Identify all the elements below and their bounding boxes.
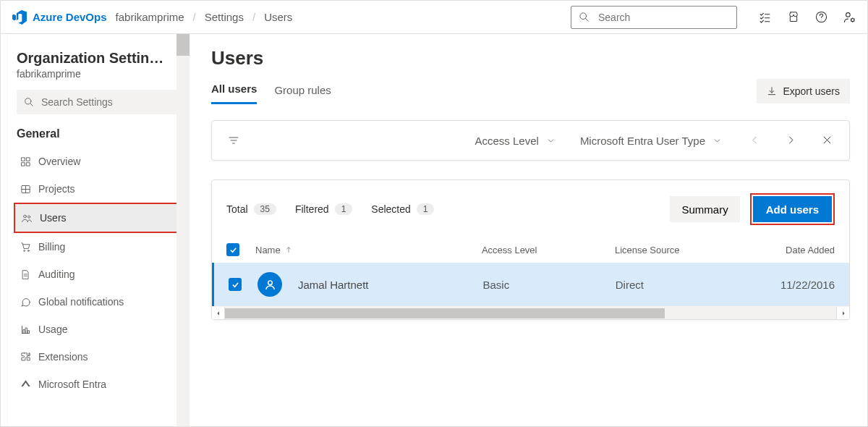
breadcrumb-org[interactable]: fabrikamprime xyxy=(116,11,184,23)
summary-button[interactable]: Summary xyxy=(670,196,739,222)
sidebar-item-overview[interactable]: Overview xyxy=(14,148,182,175)
checklist-icon[interactable] xyxy=(759,11,771,23)
export-users-button[interactable]: Export users xyxy=(757,79,850,103)
close-filter-button[interactable] xyxy=(822,135,833,146)
svg-point-18 xyxy=(24,215,27,218)
svg-rect-27 xyxy=(25,328,27,334)
svg-rect-11 xyxy=(21,157,24,160)
prev-button[interactable] xyxy=(749,135,761,146)
sidebar-item-projects[interactable]: Projects xyxy=(14,175,182,203)
svg-rect-28 xyxy=(27,330,29,333)
sidebar-scrollbar[interactable] xyxy=(176,34,190,426)
avatar xyxy=(258,272,282,297)
add-users-highlight: Add users xyxy=(750,193,835,225)
svg-point-20 xyxy=(23,250,25,251)
sidebar-search[interactable] xyxy=(17,90,179,114)
sidebar-item-users[interactable]: Users xyxy=(15,204,178,232)
next-button[interactable] xyxy=(786,135,797,146)
check-icon xyxy=(229,246,237,254)
search-icon xyxy=(579,12,590,22)
column-source[interactable]: License Source xyxy=(615,245,748,255)
cart-icon xyxy=(20,241,31,253)
marketplace-icon[interactable] xyxy=(787,11,799,23)
column-date[interactable]: Date Added xyxy=(748,245,835,255)
stat-filtered: Filtered1 xyxy=(295,203,352,215)
chat-icon xyxy=(20,296,31,308)
svg-point-21 xyxy=(27,250,29,251)
filter-icon[interactable] xyxy=(228,135,239,146)
svg-point-36 xyxy=(268,280,272,284)
sidebar-item-auditing[interactable]: Auditing xyxy=(14,261,182,288)
search-icon xyxy=(24,97,34,107)
sidebar-item-notifications[interactable]: Global notifications xyxy=(14,288,182,316)
global-search[interactable] xyxy=(571,6,737,29)
filter-bar: Access Level Microsoft Entra User Type xyxy=(211,120,850,161)
scroll-right-icon[interactable] xyxy=(836,307,849,319)
topbar: Azure DevOps fabrikamprime / Settings / … xyxy=(1,1,867,34)
sidebar-item-billing[interactable]: Billing xyxy=(14,233,182,261)
cell-access: Basic xyxy=(483,279,616,291)
person-icon xyxy=(264,279,276,291)
sidebar-title: Organization Settin… xyxy=(17,50,176,67)
scroll-left-icon[interactable] xyxy=(212,307,225,319)
chevron-down-icon xyxy=(712,136,722,145)
cell-source: Direct xyxy=(616,279,748,291)
svg-point-19 xyxy=(28,216,30,218)
puzzle-icon xyxy=(20,351,31,363)
filter-entra-type[interactable]: Microsoft Entra User Type xyxy=(580,135,722,147)
grid-horizontal-scrollbar[interactable] xyxy=(212,306,849,319)
breadcrumb-users[interactable]: Users xyxy=(264,11,292,23)
tab-all-users[interactable]: All users xyxy=(211,78,257,104)
sidebar-subtitle: fabrikamprime xyxy=(17,68,179,80)
global-search-input[interactable] xyxy=(597,11,729,24)
svg-marker-38 xyxy=(843,311,845,315)
sidebar-item-entra[interactable]: Microsoft Entra xyxy=(14,371,182,398)
chart-icon xyxy=(20,324,31,335)
column-name[interactable]: Name xyxy=(255,245,482,255)
svg-rect-26 xyxy=(23,329,25,333)
tabs: All users Group rules Export users xyxy=(211,78,850,104)
cell-date: 11/22/2016 xyxy=(748,279,835,291)
download-icon xyxy=(767,86,777,96)
table-row[interactable]: Jamal Hartnett Basic Direct 11/22/2016 xyxy=(212,263,849,306)
row-checkbox[interactable] xyxy=(229,278,242,291)
svg-rect-12 xyxy=(26,157,29,160)
stat-selected: Selected1 xyxy=(371,203,434,215)
add-users-button[interactable]: Add users xyxy=(753,196,832,222)
breadcrumb: fabrikamprime / Settings / Users xyxy=(116,11,293,23)
document-icon xyxy=(20,269,31,280)
sort-asc-icon xyxy=(285,246,292,253)
chevron-down-icon xyxy=(546,136,556,145)
user-name: Jamal Hartnett xyxy=(298,279,369,291)
svg-point-7 xyxy=(846,12,851,17)
sidebar-item-usage[interactable]: Usage xyxy=(14,316,182,343)
entra-icon xyxy=(20,379,31,390)
svg-line-10 xyxy=(30,103,33,106)
svg-marker-37 xyxy=(217,311,219,315)
sidebar-item-users-highlight: Users xyxy=(14,203,181,233)
product-logo[interactable]: Azure DevOps xyxy=(12,10,107,25)
svg-point-6 xyxy=(821,20,822,20)
tab-group-rules[interactable]: Group rules xyxy=(274,80,331,103)
user-settings-icon[interactable] xyxy=(843,11,856,23)
svg-rect-13 xyxy=(21,162,24,165)
stat-total: Total35 xyxy=(226,203,276,215)
users-icon xyxy=(21,212,33,224)
svg-rect-14 xyxy=(26,162,29,165)
column-access[interactable]: Access Level xyxy=(482,245,615,255)
svg-point-8 xyxy=(851,18,854,21)
check-icon xyxy=(231,281,239,289)
azure-devops-icon xyxy=(12,10,27,25)
users-grid: Total35 Filtered1 Selected1 Summary Add … xyxy=(211,179,850,320)
page-title: Users xyxy=(211,47,850,69)
filter-access-level[interactable]: Access Level xyxy=(475,135,556,147)
sidebar-section-general: General xyxy=(17,127,179,140)
sidebar-search-input[interactable] xyxy=(40,96,172,109)
breadcrumb-settings[interactable]: Settings xyxy=(205,11,244,23)
project-icon xyxy=(20,183,31,195)
select-all-checkbox[interactable] xyxy=(226,243,239,256)
sidebar: Organization Settin… fabrikamprime Gener… xyxy=(8,34,190,426)
grid-header: Name Access Level License Source Date Ad… xyxy=(212,237,849,263)
sidebar-item-extensions[interactable]: Extensions xyxy=(14,343,182,371)
help-icon[interactable] xyxy=(815,11,827,23)
